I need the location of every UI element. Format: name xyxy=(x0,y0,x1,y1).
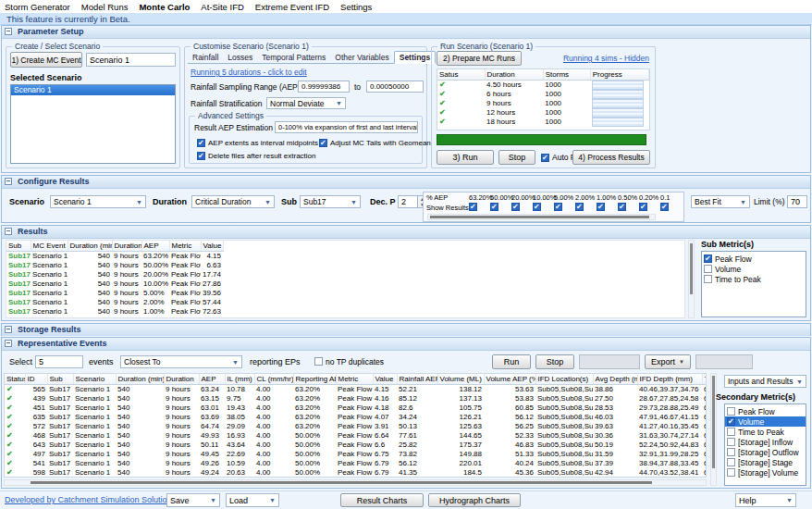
help-dropdown[interactable]: Help▼ xyxy=(735,493,796,507)
sub-metrics-listbox[interactable]: Peak FlowVolumeTime to Peak xyxy=(701,251,806,317)
scrollbar-thumb[interactable] xyxy=(712,376,715,468)
column-header[interactable]: TP ID xyxy=(702,374,707,385)
column-header[interactable]: Duration xyxy=(485,69,543,81)
show-result-checkbox[interactable] xyxy=(511,203,520,211)
stop-button[interactable]: Stop xyxy=(498,150,535,165)
column-header[interactable]: Metric xyxy=(169,241,201,252)
column-header[interactable]: CL (mm/hr) xyxy=(254,374,293,385)
collapse-icon[interactable] xyxy=(5,326,12,333)
table-row[interactable]: Sub17Scenario 15409 hours0.50%Peak Flow9… xyxy=(6,317,223,318)
tab-settings[interactable]: Settings xyxy=(394,51,437,64)
tab-losses[interactable]: Losses xyxy=(223,52,257,63)
durations-link[interactable]: Running 5 durations - click to edit xyxy=(191,68,307,77)
column-header[interactable]: Duration (min) xyxy=(116,374,164,385)
table-row[interactable]: ✔18 hours1000 xyxy=(437,118,649,127)
column-header[interactable]: Storms xyxy=(543,69,590,81)
table-row[interactable]: Sub17Scenario 15409 hours63.20%Peak Flow… xyxy=(6,252,223,262)
column-header[interactable]: Rainfall AEP xyxy=(397,374,437,385)
column-header[interactable]: Value xyxy=(201,241,223,252)
results-header[interactable]: Results xyxy=(2,226,810,239)
representative-vertical-scrollbar[interactable] xyxy=(710,373,717,486)
aep-estimation-select[interactable]: 0-100% via expansion of first and last i… xyxy=(275,121,418,133)
auto-process-checkbox[interactable] xyxy=(541,154,549,162)
metric-option[interactable]: [Storage] Outflow xyxy=(725,447,806,457)
table-row[interactable]: ✔9 hours1000 xyxy=(437,99,649,108)
export-button[interactable]: Export▼ xyxy=(645,354,691,369)
table-row[interactable]: ✔598Sub17Scenario 15409 hours49.2420.634… xyxy=(5,468,707,478)
column-header[interactable]: Sub xyxy=(6,241,31,252)
table-row[interactable]: Sub17Scenario 15409 hours50.00%Peak Flow… xyxy=(6,261,223,270)
inputs-results-select[interactable]: Inputs and Results▼ xyxy=(724,375,806,388)
developer-link[interactable]: Developed by Catchment Simulation Soluti… xyxy=(5,495,176,504)
show-result-checkbox[interactable] xyxy=(533,203,541,211)
metric-option[interactable]: Peak Flow xyxy=(725,406,806,416)
table-row[interactable]: ✔572Sub17Scenario 15409 hours64.7429.094… xyxy=(5,422,707,431)
configure-results-header[interactable]: Configure Results xyxy=(2,176,810,189)
result-charts-button[interactable]: Result Charts xyxy=(340,493,424,507)
checkbox-icon[interactable] xyxy=(727,438,735,446)
secondary-metrics-listbox[interactable]: Peak FlowVolumeTime to Peak[Storage] Inf… xyxy=(724,403,806,486)
dec-p-input[interactable]: 2 xyxy=(398,195,418,208)
column-header[interactable]: Volume AEP (%) xyxy=(484,374,535,385)
column-header[interactable]: IFD Location(s) xyxy=(535,374,593,385)
sampling-from-input[interactable]: 0.99999386 xyxy=(298,81,350,93)
checkbox-icon[interactable] xyxy=(704,265,712,273)
fit-select[interactable]: Best Fit▼ xyxy=(691,195,750,208)
aep-midpoints-checkbox[interactable] xyxy=(197,139,205,147)
table-row[interactable]: ✔468Sub17Scenario 15409 hours49.9316.934… xyxy=(5,431,707,441)
show-result-checkbox[interactable] xyxy=(639,203,647,211)
table-row[interactable]: Sub17Scenario 15409 hours5.00%Peak Flow3… xyxy=(6,289,223,298)
menu-item-storm-generator[interactable]: Storm Generator xyxy=(0,1,77,13)
table-row[interactable]: ✔635Sub17Scenario 15409 hours63.6938.054… xyxy=(5,413,707,422)
checkbox-icon[interactable] xyxy=(727,417,735,426)
show-result-checkbox[interactable] xyxy=(490,203,498,211)
list-item[interactable]: Scenario 1 xyxy=(11,85,175,95)
show-result-checkbox[interactable] xyxy=(469,203,477,211)
table-row[interactable]: Sub17Scenario 15409 hours20.00%Peak Flow… xyxy=(6,270,223,279)
representative-stop-button[interactable]: Stop xyxy=(535,354,574,369)
collapse-icon[interactable] xyxy=(5,228,12,235)
table-row[interactable]: Sub17Scenario 15409 hours1.00%Peak Flow7… xyxy=(6,307,223,317)
column-header[interactable]: Duration (min) xyxy=(68,241,112,252)
table-row[interactable]: ✔439Sub17Scenario 15409 hours63.159.754.… xyxy=(5,394,707,403)
scrollbar-thumb[interactable] xyxy=(690,243,693,294)
save-dropdown[interactable]: Save▼ xyxy=(166,493,220,507)
geomean-checkbox[interactable] xyxy=(319,139,327,147)
collapse-icon[interactable] xyxy=(5,340,12,347)
sub-select[interactable]: Sub17▼ xyxy=(300,195,361,208)
process-results-button[interactable]: 4) Process Results xyxy=(572,150,650,165)
menu-item-model-runs[interactable]: Model Runs xyxy=(77,1,135,13)
table-row[interactable]: ✔497Sub17Scenario 15409 hours49.4522.694… xyxy=(5,450,707,459)
scenario-listbox[interactable]: Scenario 1 xyxy=(10,84,176,164)
table-row[interactable]: ✔565Sub17Scenario 15409 hours63.2410.784… xyxy=(5,385,707,395)
table-row[interactable]: Sub17Scenario 15409 hours2.00%Peak Flow5… xyxy=(6,298,223,307)
show-result-checkbox[interactable] xyxy=(597,203,605,211)
column-header[interactable]: Reporting AEP xyxy=(293,374,336,385)
sampling-to-input[interactable]: 0.00050000 xyxy=(366,81,424,93)
running-sims-link[interactable]: Running 4 sims - Hidden xyxy=(563,54,649,63)
column-header[interactable]: Value xyxy=(373,374,397,385)
checkbox-icon[interactable] xyxy=(727,468,735,477)
column-header[interactable]: Duration xyxy=(164,374,199,385)
closest-to-select[interactable]: Closest To▼ xyxy=(120,355,242,368)
table-row[interactable]: ✔4.50 hours1000 xyxy=(437,81,649,91)
scenario-name-input[interactable]: Scenario 1 xyxy=(86,53,176,67)
column-header[interactable]: Metric xyxy=(336,374,373,385)
checkbox-icon[interactable] xyxy=(727,458,735,466)
metric-option[interactable]: Time to Peak xyxy=(702,274,806,284)
show-result-checkbox[interactable] xyxy=(618,203,626,211)
no-tp-duplicates-checkbox[interactable] xyxy=(314,357,323,366)
column-header[interactable]: Satus xyxy=(437,69,485,81)
aep-horizontal-scrollbar[interactable] xyxy=(427,214,656,220)
metric-option[interactable]: [Storage] Inflow xyxy=(725,437,806,447)
metric-option[interactable]: Peak Flow xyxy=(702,254,806,264)
tab-other-variables[interactable]: Other Variables xyxy=(330,52,393,63)
parameter-setup-header[interactable]: Parameter Setup xyxy=(2,26,810,39)
menu-item-monte-carlo[interactable]: Monte Carlo xyxy=(134,1,196,13)
column-header[interactable]: Volume (ML) xyxy=(437,374,484,385)
menu-item-settings[interactable]: Settings xyxy=(336,1,378,13)
show-result-checkbox[interactable] xyxy=(575,203,584,211)
run-button[interactable]: 3) Run xyxy=(437,150,494,165)
column-header[interactable]: AEP xyxy=(199,374,225,385)
scrollbar-thumb[interactable] xyxy=(430,216,649,218)
